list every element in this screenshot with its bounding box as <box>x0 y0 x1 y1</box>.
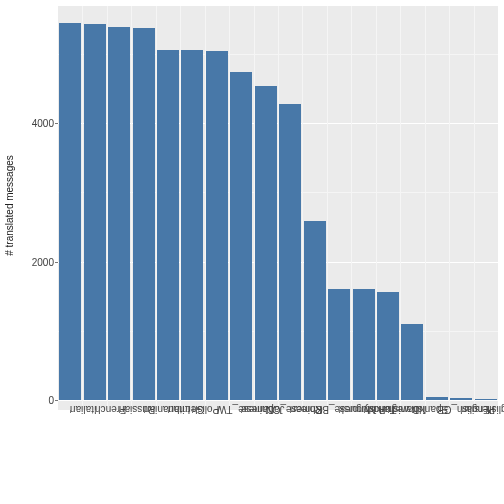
x-tick-mark <box>144 410 145 413</box>
x-tick-mark <box>461 410 462 413</box>
bar <box>328 289 350 399</box>
bar <box>279 104 301 400</box>
x-tick-mark <box>119 410 120 413</box>
bar <box>475 399 497 400</box>
bar-chart: # translated messages 020004000 ItalianF… <box>0 0 504 504</box>
x-tick-mark <box>412 410 413 413</box>
bar <box>426 397 448 400</box>
x-tick-mark <box>290 410 291 413</box>
y-tick-mark <box>55 400 58 401</box>
y-tick-label: 4000 <box>32 118 54 129</box>
gridline-v-minor <box>474 6 475 410</box>
bar <box>181 50 203 399</box>
x-tick-mark <box>437 410 438 413</box>
y-tick-labels: 020004000 <box>16 0 56 410</box>
bar <box>157 50 179 400</box>
x-tick-mark <box>315 410 316 413</box>
bar <box>206 51 228 400</box>
bar <box>108 27 130 400</box>
bar <box>84 24 106 400</box>
bar <box>304 221 326 399</box>
bar <box>230 72 252 399</box>
y-axis-label: # translated messages <box>2 0 16 410</box>
x-tick-mark <box>70 410 71 413</box>
y-tick-label: 0 <box>48 394 54 405</box>
x-tick-mark <box>388 410 389 413</box>
x-tick-label-text: Italian <box>70 404 97 415</box>
x-tick-mark <box>241 410 242 413</box>
x-tick-mark <box>266 410 267 413</box>
x-tick-labels: ItalianFrenchRussianLithuanianGermanPoli… <box>58 412 498 502</box>
x-tick-label-text: English <box>486 404 504 415</box>
plot-panel <box>58 6 498 410</box>
x-tick-mark <box>95 410 96 413</box>
bar <box>133 28 155 400</box>
bar <box>353 289 375 399</box>
y-tick-mark <box>55 262 58 263</box>
x-tick-mark <box>364 410 365 413</box>
bar <box>377 292 399 400</box>
x-tick-mark <box>486 410 487 413</box>
y-tick-label: 2000 <box>32 256 54 267</box>
bar <box>59 23 81 400</box>
bar <box>255 86 277 400</box>
x-tick-mark <box>217 410 218 413</box>
y-axis-label-text: # translated messages <box>4 155 15 256</box>
gridline-v-minor <box>449 6 450 410</box>
gridline-v-minor <box>425 6 426 410</box>
x-tick-mark <box>192 410 193 413</box>
bar <box>450 398 472 400</box>
x-tick-mark <box>168 410 169 413</box>
x-tick-mark <box>339 410 340 413</box>
bar <box>401 324 423 400</box>
x-tick-label-text: Polish <box>192 404 219 415</box>
y-tick-mark <box>55 123 58 124</box>
